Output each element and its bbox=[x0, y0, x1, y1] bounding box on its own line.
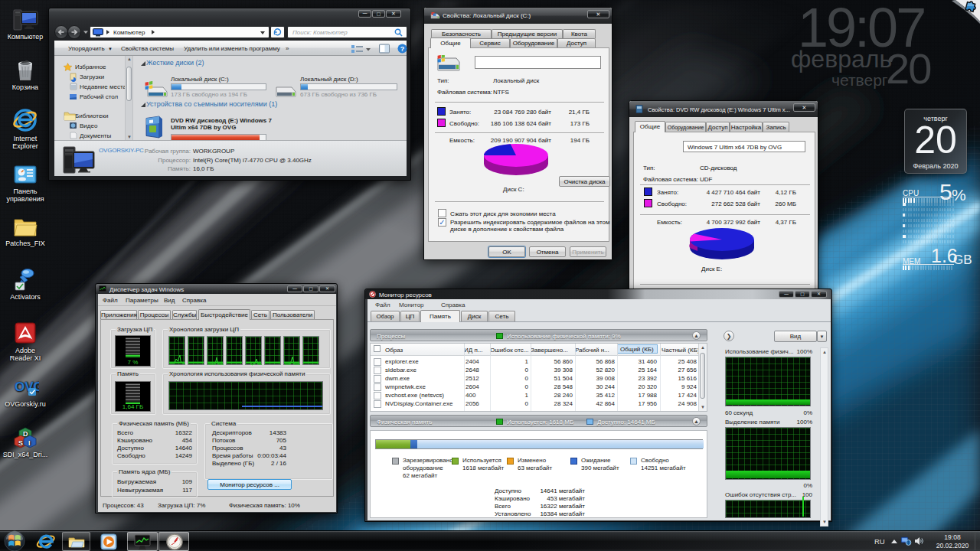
svg-text:I: I bbox=[28, 439, 31, 447]
svg-text:?: ? bbox=[400, 45, 405, 53]
svg-text:S: S bbox=[18, 439, 23, 447]
